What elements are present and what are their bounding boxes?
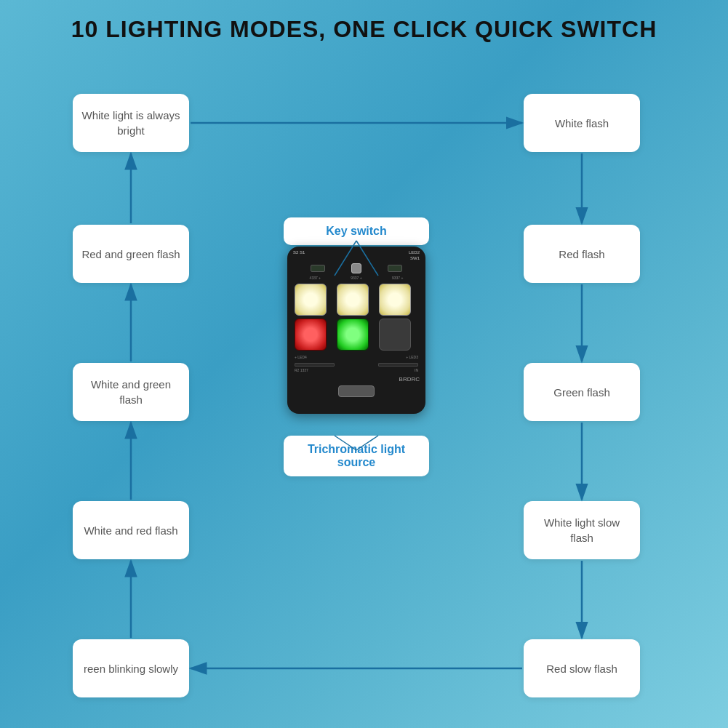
- mode-white-green-flash: White and green flash: [73, 363, 189, 421]
- mode-green-flash: Green flash: [524, 363, 640, 421]
- mode-red-flash: Red flash: [524, 225, 640, 283]
- mode-red-slow-flash: Red slow flash: [524, 639, 640, 697]
- mode-white-always: White light is always bright: [73, 94, 189, 152]
- mode-white-red-flash: White and red flash: [73, 501, 189, 559]
- mode-red-green-flash: Red and green flash: [73, 225, 189, 283]
- page-title: 10 LIGHTING MODES, ONE CLICK QUICK SWITC…: [0, 0, 728, 50]
- mode-white-slow-flash: White light slow flash: [524, 501, 640, 559]
- device-image: S2 S1LED2 SW1 4337 +9337 +9337 +: [276, 247, 436, 414]
- key-switch-label: Key switch: [284, 217, 429, 245]
- mode-white-flash: White flash: [524, 94, 640, 152]
- mode-green-slow: reen blinking slowly: [73, 639, 189, 697]
- trichromatic-label: Trichromatic light source: [284, 436, 429, 476]
